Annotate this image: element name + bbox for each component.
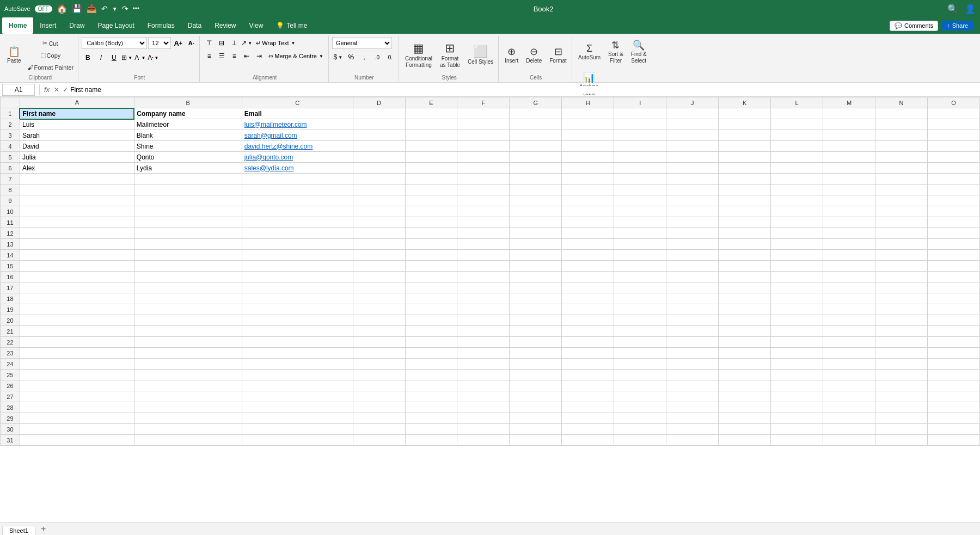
cell-M20[interactable] (823, 315, 875, 326)
cell-N25[interactable] (875, 370, 927, 380)
cell-E21[interactable] (405, 326, 457, 337)
cell-J25[interactable] (666, 370, 719, 380)
menu-insert[interactable]: Insert (33, 17, 63, 34)
cell-L22[interactable] (771, 337, 823, 348)
cell-A5[interactable]: Julia (20, 152, 134, 163)
cell-B16[interactable] (134, 272, 242, 282)
cell-F6[interactable] (457, 163, 510, 174)
cell-H17[interactable] (562, 282, 614, 293)
cell-K10[interactable] (719, 206, 771, 217)
font-color-button[interactable]: A▼ (147, 52, 159, 64)
cell-H20[interactable] (562, 315, 614, 326)
cell-M25[interactable] (823, 370, 875, 380)
cell-H15[interactable] (562, 261, 614, 272)
cell-G30[interactable] (510, 424, 562, 435)
cell-J21[interactable] (666, 326, 719, 337)
cell-C9[interactable] (242, 195, 353, 206)
cell-C13[interactable] (242, 239, 353, 250)
col-header-b[interactable]: B (134, 97, 242, 108)
cell-K30[interactable] (719, 424, 771, 435)
cell-O24[interactable] (927, 359, 979, 370)
cell-J15[interactable] (666, 261, 719, 272)
cell-E30[interactable] (405, 424, 457, 435)
cell-A13[interactable] (20, 239, 134, 250)
conditional-formatting-button[interactable]: ▦ ConditionalFormatting (402, 40, 435, 71)
cell-H18[interactable] (562, 293, 614, 304)
cell-I27[interactable] (614, 391, 666, 402)
cell-A19[interactable] (20, 304, 134, 315)
row-header-18[interactable]: 18 (1, 293, 20, 304)
home-icon[interactable]: 🏠 (57, 4, 68, 14)
align-top-button[interactable]: ⊤ (203, 37, 215, 49)
cell-G9[interactable] (510, 195, 562, 206)
cell-J11[interactable] (666, 217, 719, 228)
cell-D3[interactable] (353, 130, 405, 141)
cell-F25[interactable] (457, 370, 510, 380)
cell-D23[interactable] (353, 348, 405, 359)
cell-F1[interactable] (457, 108, 510, 119)
cell-I19[interactable] (614, 304, 666, 315)
cell-B14[interactable] (134, 250, 242, 261)
cell-G15[interactable] (510, 261, 562, 272)
cell-G23[interactable] (510, 348, 562, 359)
cell-B19[interactable] (134, 304, 242, 315)
cell-F12[interactable] (457, 228, 510, 239)
cell-J10[interactable] (666, 206, 719, 217)
cell-C16[interactable] (242, 272, 353, 282)
more-btn[interactable]: ••• (133, 5, 140, 13)
cell-O23[interactable] (927, 348, 979, 359)
cell-M2[interactable] (823, 119, 875, 130)
cell-B8[interactable] (134, 185, 242, 195)
cell-K29[interactable] (719, 413, 771, 424)
cell-A3[interactable]: Sarah (20, 130, 134, 141)
cell-A31[interactable] (20, 435, 134, 446)
number-format-select[interactable]: General (332, 37, 392, 49)
cell-G29[interactable] (510, 413, 562, 424)
cell-A20[interactable] (20, 315, 134, 326)
cell-C8[interactable] (242, 185, 353, 195)
cell-B25[interactable] (134, 370, 242, 380)
cell-O20[interactable] (927, 315, 979, 326)
cell-I25[interactable] (614, 370, 666, 380)
cell-B21[interactable] (134, 326, 242, 337)
cell-M9[interactable] (823, 195, 875, 206)
cell-L25[interactable] (771, 370, 823, 380)
cell-K19[interactable] (719, 304, 771, 315)
align-middle-button[interactable]: ⊟ (216, 37, 228, 49)
cell-I28[interactable] (614, 402, 666, 413)
row-header-14[interactable]: 14 (1, 250, 20, 261)
sort-filter-button[interactable]: ⇅ Sort &Filter (605, 37, 626, 67)
col-header-a[interactable]: A (20, 97, 134, 108)
cell-H6[interactable] (562, 163, 614, 174)
cell-A4[interactable]: David (20, 141, 134, 152)
row-header-9[interactable]: 9 (1, 195, 20, 206)
paste-button[interactable]: 📋 Paste (4, 40, 24, 71)
cell-I9[interactable] (614, 195, 666, 206)
cell-O27[interactable] (927, 391, 979, 402)
find-select-button[interactable]: 🔍 Find &Select (628, 37, 650, 67)
cell-E17[interactable] (405, 282, 457, 293)
cell-A15[interactable] (20, 261, 134, 272)
increase-indent-button[interactable]: ⇥ (253, 50, 265, 62)
cell-B13[interactable] (134, 239, 242, 250)
row-header-22[interactable]: 22 (1, 337, 20, 348)
underline-button[interactable]: U (108, 52, 120, 64)
cell-I15[interactable] (614, 261, 666, 272)
cell-O17[interactable] (927, 282, 979, 293)
cell-L14[interactable] (771, 250, 823, 261)
cell-N2[interactable] (875, 119, 927, 130)
cell-D30[interactable] (353, 424, 405, 435)
cell-B6[interactable]: Lydia (134, 163, 242, 174)
cell-E29[interactable] (405, 413, 457, 424)
cell-A14[interactable] (20, 250, 134, 261)
cell-F29[interactable] (457, 413, 510, 424)
cell-F7[interactable] (457, 174, 510, 185)
cell-E14[interactable] (405, 250, 457, 261)
cell-B10[interactable] (134, 206, 242, 217)
cell-O22[interactable] (927, 337, 979, 348)
cell-D15[interactable] (353, 261, 405, 272)
cell-G18[interactable] (510, 293, 562, 304)
row-header-8[interactable]: 8 (1, 185, 20, 195)
cell-L19[interactable] (771, 304, 823, 315)
cell-J20[interactable] (666, 315, 719, 326)
